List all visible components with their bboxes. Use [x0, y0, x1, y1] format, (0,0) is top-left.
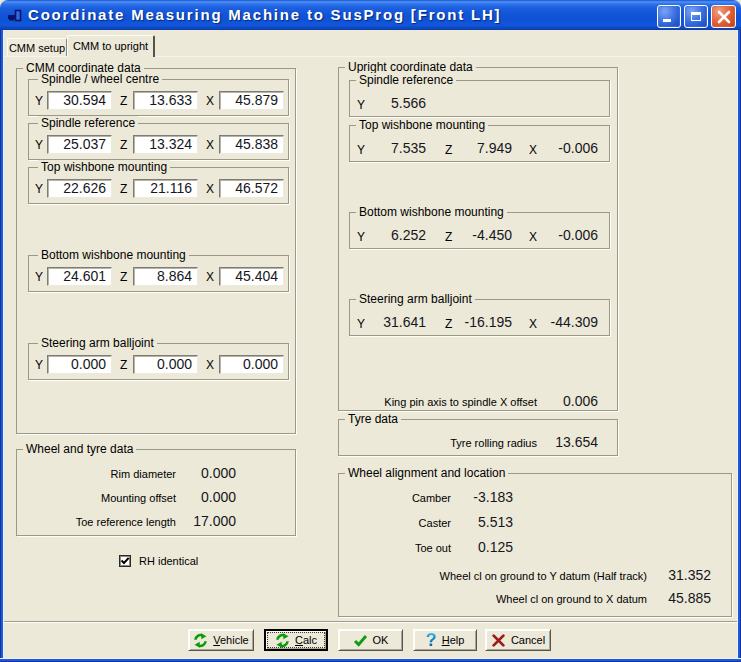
- ok-button-label: OK: [373, 634, 389, 646]
- wheel-cl-x-datum-label: Wheel cl on ground to X datum: [349, 591, 647, 608]
- axis-label-z: Z: [120, 95, 127, 108]
- group-spindle-wheel-centre: Spindle / wheel centre Y Z X: [28, 79, 289, 116]
- help-button[interactable]: ? Help: [413, 629, 477, 651]
- recycle-icon: [193, 633, 208, 648]
- axis-label-y: Y: [35, 183, 43, 196]
- bottom-wishbone-z-input[interactable]: [133, 267, 198, 286]
- upright-steering-arm-x-value: -44.309: [536, 314, 598, 331]
- group-spindle-wheel-centre-legend: Spindle / wheel centre: [38, 72, 162, 87]
- row-king-pin-offset: King pin axis to spindle X offset 0.006: [339, 393, 619, 410]
- caster-value: 5.513: [453, 514, 513, 531]
- top-wishbone-x-input[interactable]: [219, 179, 284, 198]
- row-caster: Caster 5.513: [339, 514, 733, 531]
- spindle-reference-z-input[interactable]: [133, 135, 198, 154]
- group-upright-coordinate-data: Upright coordinate data Spindle referenc…: [338, 67, 618, 411]
- upright-bottom-wishbone-x-value: -0.006: [536, 227, 598, 244]
- steering-arm-x-input[interactable]: [219, 355, 284, 374]
- minimize-button[interactable]: [657, 5, 681, 28]
- group-upright-steering-arm: Steering arm balljoint Y 31.641 Z -16.19…: [349, 299, 610, 336]
- wheel-cl-y-datum-label: Wheel cl on ground to Y datum (Half trac…: [349, 568, 647, 585]
- toe-out-label: Toe out: [349, 540, 451, 557]
- titlebar[interactable]: Coordinate Measuring Machine to SusProg …: [0, 0, 741, 30]
- window-title: Coordinate Measuring Machine to SusProg …: [28, 0, 501, 30]
- axis-label-z: Z: [120, 139, 127, 152]
- top-wishbone-y-input[interactable]: [47, 179, 112, 198]
- rh-identical-label[interactable]: RH identical: [139, 555, 198, 568]
- group-upright-bottom-wishbone-legend: Bottom wishbone mounting: [356, 205, 507, 220]
- cancel-button[interactable]: Cancel: [485, 629, 551, 651]
- minimize-icon: [663, 19, 671, 22]
- axis-label-z: Z: [120, 271, 127, 284]
- group-upright-spindle-reference-legend: Spindle reference: [356, 73, 456, 88]
- group-tyre-data: Tyre data Tyre rolling radius 13.654: [338, 419, 618, 456]
- group-upright-spindle-reference: Spindle reference Y 5.566: [349, 80, 610, 117]
- steering-arm-z-input[interactable]: [133, 355, 198, 374]
- axis-label-x: X: [206, 139, 214, 152]
- axis-label-x: X: [206, 359, 214, 372]
- maximize-icon: [691, 12, 701, 21]
- steering-arm-y-input[interactable]: [47, 355, 112, 374]
- upright-bottom-wishbone-y-value: 6.252: [364, 227, 426, 244]
- row-toe-reference-length: Toe reference length 17.000: [17, 513, 297, 530]
- tyre-rolling-radius-value: 13.654: [538, 434, 598, 451]
- upright-top-wishbone-x-value: -0.006: [536, 140, 598, 157]
- window-border-left: [0, 30, 4, 658]
- window-border-right: [737, 30, 741, 658]
- row-wheel-cl-y-datum: Wheel cl on ground to Y datum (Half trac…: [339, 567, 733, 584]
- group-bottom-wishbone-mounting: Bottom wishbone mounting Y Z X: [28, 255, 289, 292]
- top-wishbone-z-input[interactable]: [133, 179, 198, 198]
- spindle-wheel-centre-x-input[interactable]: [219, 91, 284, 110]
- group-top-wishbone-mounting-legend: Top wishbone mounting: [38, 160, 170, 175]
- axis-label-x: X: [206, 271, 214, 284]
- group-spindle-reference: Spindle reference Y Z X: [28, 123, 289, 160]
- rim-diameter-value: 0.000: [156, 465, 236, 482]
- window: Coordinate Measuring Machine to SusProg …: [0, 0, 741, 662]
- cross-icon: [491, 633, 506, 648]
- row-tyre-rolling-radius: Tyre rolling radius 13.654: [339, 434, 619, 451]
- upright-top-wishbone-z-value: 7.949: [450, 140, 512, 157]
- axis-label-x: X: [206, 183, 214, 196]
- spindle-reference-x-input[interactable]: [219, 135, 284, 154]
- group-steering-arm-balljoint-legend: Steering arm balljoint: [38, 336, 157, 351]
- spindle-reference-y-input[interactable]: [47, 135, 112, 154]
- toe-out-value: 0.125: [453, 539, 513, 556]
- axis-label-y: Y: [35, 139, 43, 152]
- axis-label-z: Z: [120, 359, 127, 372]
- calc-button-label: Calc: [295, 634, 317, 646]
- group-bottom-wishbone-mounting-legend: Bottom wishbone mounting: [38, 248, 189, 263]
- vehicle-button-label: Vehicle: [213, 634, 248, 646]
- spindle-wheel-centre-z-input[interactable]: [133, 91, 198, 110]
- cancel-button-label: Cancel: [511, 634, 545, 646]
- mounting-offset-value: 0.000: [156, 489, 236, 506]
- axis-label-z: Z: [120, 183, 127, 196]
- close-button[interactable]: [711, 5, 736, 28]
- bottom-wishbone-y-input[interactable]: [47, 267, 112, 286]
- group-upright-top-wishbone-legend: Top wishbone mounting: [356, 118, 488, 133]
- spindle-wheel-centre-y-input[interactable]: [47, 91, 112, 110]
- axis-label-x: X: [206, 95, 214, 108]
- upright-bottom-wishbone-z-value: -4.450: [450, 227, 512, 244]
- tab-cmm-setup[interactable]: CMM setup: [7, 38, 67, 56]
- upright-steering-arm-y-value: 31.641: [364, 314, 426, 331]
- window-border-bottom: [0, 658, 741, 662]
- row-wheel-cl-x-datum: Wheel cl on ground to X datum 45.885: [339, 590, 733, 607]
- row-toe-out: Toe out 0.125: [339, 539, 733, 556]
- wheel-cl-x-datum-value: 45.885: [651, 590, 711, 607]
- group-upright-bottom-wishbone: Bottom wishbone mounting Y 6.252 Z -4.45…: [349, 212, 610, 249]
- vehicle-button[interactable]: Vehicle: [188, 629, 254, 651]
- rh-identical-checkbox[interactable]: [119, 555, 131, 567]
- wheel-cl-y-datum-value: 31.352: [651, 567, 711, 584]
- group-top-wishbone-mounting: Top wishbone mounting Y Z X: [28, 167, 289, 204]
- bottom-wishbone-x-input[interactable]: [219, 267, 284, 286]
- king-pin-offset-label: King pin axis to spindle X offset: [349, 394, 537, 411]
- upright-top-wishbone-y-value: 7.535: [364, 140, 426, 157]
- king-pin-offset-value: 0.006: [538, 393, 598, 410]
- group-wheel-alignment-legend: Wheel alignment and location: [345, 466, 508, 481]
- ok-button[interactable]: OK: [338, 629, 403, 651]
- help-button-label: Help: [442, 634, 465, 646]
- maximize-button[interactable]: [684, 5, 708, 28]
- camber-value: -3.183: [453, 489, 513, 506]
- tab-cmm-to-upright[interactable]: CMM to upright: [67, 35, 155, 57]
- tyre-rolling-radius-label: Tyre rolling radius: [349, 435, 537, 452]
- calc-button[interactable]: Calc: [264, 629, 328, 651]
